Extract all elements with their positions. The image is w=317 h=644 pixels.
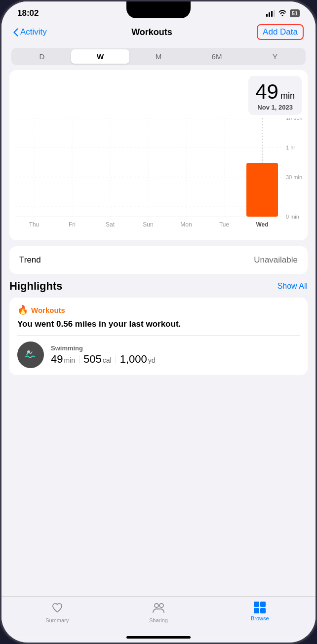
tab-summary[interactable]: Summary: [6, 602, 108, 623]
period-btn-w[interactable]: W: [71, 49, 129, 64]
chart-svg: 1h 30m 1 hr 30 min 0 min: [15, 118, 302, 236]
trend-box: Trend Unavailable: [9, 246, 308, 274]
highlights-title: Highlights: [9, 280, 63, 293]
svg-text:1h 30m: 1h 30m: [286, 118, 302, 121]
phone-frame: 18:02 51: [0, 0, 317, 644]
nav-bar: Activity Workouts Add Data: [1, 21, 316, 45]
workout-stat-1: 505 cal: [83, 353, 112, 366]
workout-divider-1: [116, 355, 116, 364]
highlights-header: Highlights Show All: [9, 280, 308, 293]
swim-icon: [24, 348, 38, 362]
tab-bar: Summary Sharing: [1, 596, 316, 636]
browse-icon-sq4: [260, 608, 266, 613]
browse-icon: [254, 602, 266, 613]
browse-icon-sq2: [260, 602, 266, 607]
tab-sharing-label: Sharing: [149, 617, 168, 623]
tab-browse-label: Browse: [251, 615, 269, 621]
phone-screen: 18:02 51: [1, 1, 316, 643]
tab-browse[interactable]: Browse: [209, 602, 311, 621]
page-title: Workouts: [131, 27, 172, 38]
svg-text:Sun: Sun: [143, 221, 153, 228]
trend-label: Trend: [19, 255, 41, 265]
chart-value-number: 49: [255, 80, 278, 104]
highlights-section: Highlights Show All 🔥 Workouts You went …: [9, 280, 308, 375]
workout-stat-2: 1,000 yd: [120, 353, 156, 366]
svg-rect-16: [246, 163, 278, 217]
home-indicator: [126, 636, 191, 639]
wifi-icon: [278, 9, 287, 18]
workout-stat-value-2: 1,000: [120, 353, 147, 366]
svg-text:Fri: Fri: [69, 221, 76, 228]
workout-stat-unit-1: cal: [103, 356, 112, 364]
workout-divider-0: [79, 355, 79, 364]
svg-text:Tue: Tue: [219, 221, 230, 228]
period-btn-6m[interactable]: 6M: [188, 49, 246, 64]
workout-stat-0: 49 min: [51, 353, 75, 366]
workout-avatar: [17, 341, 44, 368]
browse-icon-sq1: [254, 602, 259, 607]
highlight-tag-text: Workouts: [31, 306, 65, 314]
svg-text:Sat: Sat: [106, 221, 115, 228]
workout-row: Swimming 49 min 505 cal: [17, 341, 300, 368]
svg-text:Mon: Mon: [180, 221, 192, 228]
workout-stat-value-0: 49: [51, 353, 63, 366]
workout-stat-unit-0: min: [64, 356, 75, 364]
workout-stat-value-1: 505: [83, 353, 102, 366]
chart-value-unit: min: [280, 91, 295, 101]
svg-text:Wed: Wed: [256, 221, 268, 228]
svg-text:30 min: 30 min: [286, 174, 302, 180]
svg-text:1 hr: 1 hr: [286, 145, 295, 151]
back-button[interactable]: Activity: [13, 27, 47, 37]
highlight-tag: 🔥 Workouts: [17, 304, 300, 315]
show-all-button[interactable]: Show All: [277, 282, 308, 291]
svg-text:Thu: Thu: [29, 221, 40, 228]
heart-icon: [51, 602, 64, 615]
trend-value: Unavailable: [254, 255, 298, 265]
svg-point-26: [155, 604, 158, 607]
workout-stats: 49 min 505 cal 1,000 yd: [51, 353, 300, 366]
period-btn-m[interactable]: M: [129, 49, 188, 64]
fire-icon: 🔥: [17, 304, 28, 315]
chart-canvas: 1h 30m 1 hr 30 min 0 min: [15, 118, 302, 236]
notch: [126, 1, 191, 18]
period-btn-y[interactable]: Y: [246, 49, 304, 64]
browse-icon-sq3: [254, 608, 259, 613]
highlight-card: 🔥 Workouts You went 0.56 miles in your l…: [9, 298, 308, 375]
period-selector: D W M 6M Y: [11, 48, 306, 65]
chart-value-main: 49 min: [255, 80, 295, 104]
back-label: Activity: [20, 27, 47, 37]
signal-icon: [266, 10, 275, 17]
spacer: [1, 381, 316, 596]
status-time: 18:02: [17, 8, 39, 18]
tab-sharing[interactable]: Sharing: [108, 602, 209, 623]
workout-details: Swimming 49 min 505 cal: [51, 344, 300, 366]
chart-value-date: Nov 1, 2023: [255, 104, 295, 111]
period-btn-d[interactable]: D: [13, 49, 71, 64]
highlight-description: You went 0.56 miles in your last workout…: [17, 319, 300, 336]
chart-section: 49 min Nov 1, 2023 1h 30m 1 hr: [9, 70, 308, 240]
tab-summary-label: Summary: [45, 617, 69, 623]
sharing-icon: [152, 602, 165, 615]
svg-point-27: [159, 604, 163, 607]
status-icons: 51: [266, 9, 300, 18]
chart-header: 49 min Nov 1, 2023: [15, 76, 302, 115]
battery-icon: 51: [290, 9, 300, 17]
svg-text:0 min: 0 min: [286, 214, 299, 220]
add-data-button[interactable]: Add Data: [257, 24, 304, 40]
chart-value-box: 49 min Nov 1, 2023: [248, 76, 302, 115]
workout-type: Swimming: [51, 344, 300, 352]
workout-stat-unit-2: yd: [148, 356, 156, 364]
